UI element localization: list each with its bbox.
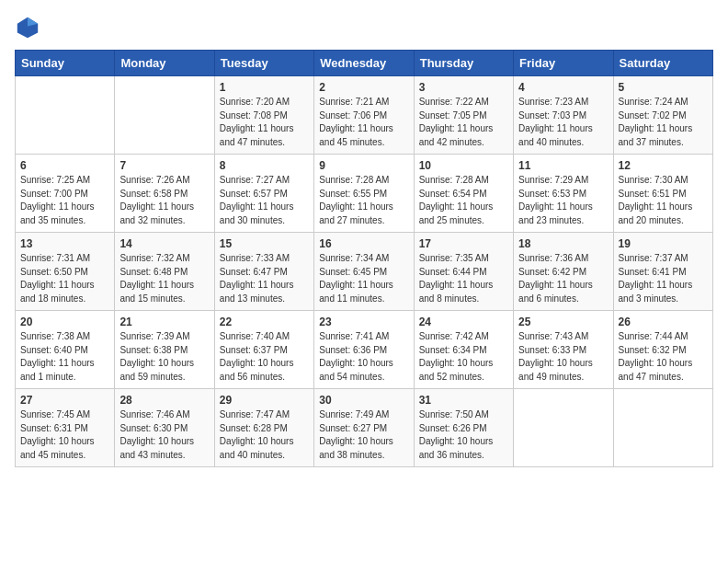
day-cell: 8Sunrise: 7:27 AM Sunset: 6:57 PM Daylig… — [214, 155, 313, 233]
day-cell: 20Sunrise: 7:38 AM Sunset: 6:40 PM Dayli… — [16, 311, 115, 389]
week-row-4: 20Sunrise: 7:38 AM Sunset: 6:40 PM Dayli… — [16, 311, 713, 389]
day-cell: 19Sunrise: 7:37 AM Sunset: 6:41 PM Dayli… — [613, 233, 712, 311]
day-number: 20 — [20, 316, 109, 328]
day-number: 7 — [119, 159, 209, 172]
day-info: Sunrise: 7:50 AM Sunset: 6:26 PM Dayligh… — [419, 408, 508, 462]
day-cell: 16Sunrise: 7:34 AM Sunset: 6:45 PM Dayli… — [314, 233, 414, 311]
day-number: 23 — [319, 316, 408, 328]
day-cell: 29Sunrise: 7:47 AM Sunset: 6:28 PM Dayli… — [214, 389, 313, 467]
day-cell: 21Sunrise: 7:39 AM Sunset: 6:38 PM Dayli… — [115, 311, 214, 389]
day-number: 12 — [619, 159, 708, 172]
day-cell: 31Sunrise: 7:50 AM Sunset: 6:26 PM Dayli… — [414, 389, 513, 467]
day-info: Sunrise: 7:35 AM Sunset: 6:44 PM Dayligh… — [419, 252, 508, 305]
day-cell — [16, 76, 115, 155]
day-number: 10 — [419, 159, 508, 172]
day-info: Sunrise: 7:31 AM Sunset: 6:50 PM Dayligh… — [20, 252, 109, 305]
day-info: Sunrise: 7:22 AM Sunset: 7:05 PM Dayligh… — [419, 96, 508, 149]
day-number: 3 — [419, 81, 508, 94]
day-info: Sunrise: 7:45 AM Sunset: 6:31 PM Dayligh… — [20, 408, 109, 462]
week-row-2: 6Sunrise: 7:25 AM Sunset: 7:00 PM Daylig… — [16, 155, 713, 233]
day-number: 29 — [220, 394, 309, 407]
day-cell: 13Sunrise: 7:31 AM Sunset: 6:50 PM Dayli… — [16, 233, 115, 311]
day-cell: 17Sunrise: 7:35 AM Sunset: 6:44 PM Dayli… — [414, 233, 513, 311]
header-tuesday: Tuesday — [214, 51, 313, 76]
day-number: 5 — [619, 81, 708, 94]
day-info: Sunrise: 7:37 AM Sunset: 6:41 PM Dayligh… — [619, 252, 708, 305]
day-info: Sunrise: 7:23 AM Sunset: 7:03 PM Dayligh… — [518, 96, 608, 149]
day-info: Sunrise: 7:28 AM Sunset: 6:55 PM Dayligh… — [319, 174, 408, 227]
header-thursday: Thursday — [414, 51, 513, 76]
logo-icon — [15, 15, 40, 40]
week-row-1: 1Sunrise: 7:20 AM Sunset: 7:08 PM Daylig… — [16, 76, 713, 155]
day-number: 4 — [518, 81, 608, 94]
week-row-5: 27Sunrise: 7:45 AM Sunset: 6:31 PM Dayli… — [16, 389, 713, 467]
day-number: 28 — [119, 394, 209, 407]
day-info: Sunrise: 7:40 AM Sunset: 6:37 PM Dayligh… — [220, 330, 309, 384]
day-info: Sunrise: 7:34 AM Sunset: 6:45 PM Dayligh… — [319, 252, 408, 305]
calendar-table: SundayMondayTuesdayWednesdayThursdayFrid… — [15, 50, 713, 467]
day-cell: 23Sunrise: 7:41 AM Sunset: 6:36 PM Dayli… — [314, 311, 414, 389]
day-info: Sunrise: 7:32 AM Sunset: 6:48 PM Dayligh… — [119, 252, 209, 305]
day-cell: 25Sunrise: 7:43 AM Sunset: 6:33 PM Dayli… — [514, 311, 613, 389]
day-cell: 27Sunrise: 7:45 AM Sunset: 6:31 PM Dayli… — [16, 389, 115, 467]
header-saturday: Saturday — [613, 51, 712, 76]
day-cell: 26Sunrise: 7:44 AM Sunset: 6:32 PM Dayli… — [613, 311, 712, 389]
day-number: 27 — [20, 394, 109, 407]
day-number: 6 — [20, 159, 109, 172]
day-cell — [514, 389, 613, 467]
day-info: Sunrise: 7:21 AM Sunset: 7:06 PM Dayligh… — [319, 96, 408, 149]
day-info: Sunrise: 7:43 AM Sunset: 6:33 PM Dayligh… — [518, 330, 608, 384]
day-cell: 28Sunrise: 7:46 AM Sunset: 6:30 PM Dayli… — [115, 389, 214, 467]
day-info: Sunrise: 7:30 AM Sunset: 6:51 PM Dayligh… — [619, 174, 708, 227]
day-number: 8 — [220, 159, 309, 172]
day-info: Sunrise: 7:42 AM Sunset: 6:34 PM Dayligh… — [419, 330, 508, 384]
header-monday: Monday — [115, 51, 214, 76]
day-info: Sunrise: 7:29 AM Sunset: 6:53 PM Dayligh… — [518, 174, 608, 227]
day-info: Sunrise: 7:24 AM Sunset: 7:02 PM Dayligh… — [619, 96, 708, 149]
day-info: Sunrise: 7:28 AM Sunset: 6:54 PM Dayligh… — [419, 174, 508, 227]
day-number: 1 — [220, 81, 309, 94]
day-number: 2 — [319, 81, 408, 94]
day-number: 22 — [220, 316, 309, 328]
day-number: 21 — [119, 316, 209, 328]
day-cell: 9Sunrise: 7:28 AM Sunset: 6:55 PM Daylig… — [314, 155, 414, 233]
day-info: Sunrise: 7:39 AM Sunset: 6:38 PM Dayligh… — [119, 330, 209, 384]
day-number: 31 — [419, 394, 508, 407]
day-number: 26 — [619, 316, 708, 328]
day-cell: 11Sunrise: 7:29 AM Sunset: 6:53 PM Dayli… — [514, 155, 613, 233]
day-cell: 12Sunrise: 7:30 AM Sunset: 6:51 PM Dayli… — [613, 155, 712, 233]
day-info: Sunrise: 7:46 AM Sunset: 6:30 PM Dayligh… — [119, 408, 209, 462]
day-number: 30 — [319, 394, 408, 407]
calendar-header-row: SundayMondayTuesdayWednesdayThursdayFrid… — [16, 51, 713, 76]
day-cell: 14Sunrise: 7:32 AM Sunset: 6:48 PM Dayli… — [115, 233, 214, 311]
day-cell: 22Sunrise: 7:40 AM Sunset: 6:37 PM Dayli… — [214, 311, 313, 389]
day-cell: 15Sunrise: 7:33 AM Sunset: 6:47 PM Dayli… — [214, 233, 313, 311]
day-cell: 6Sunrise: 7:25 AM Sunset: 7:00 PM Daylig… — [16, 155, 115, 233]
day-info: Sunrise: 7:49 AM Sunset: 6:27 PM Dayligh… — [319, 408, 408, 462]
day-number: 25 — [518, 316, 608, 328]
day-number: 18 — [518, 237, 608, 250]
day-info: Sunrise: 7:33 AM Sunset: 6:47 PM Dayligh… — [220, 252, 309, 305]
day-info: Sunrise: 7:38 AM Sunset: 6:40 PM Dayligh… — [20, 330, 109, 384]
day-cell: 10Sunrise: 7:28 AM Sunset: 6:54 PM Dayli… — [414, 155, 513, 233]
header-friday: Friday — [514, 51, 613, 76]
day-info: Sunrise: 7:41 AM Sunset: 6:36 PM Dayligh… — [319, 330, 408, 384]
day-cell: 1Sunrise: 7:20 AM Sunset: 7:08 PM Daylig… — [214, 76, 313, 155]
page-header — [15, 15, 713, 40]
day-cell: 7Sunrise: 7:26 AM Sunset: 6:58 PM Daylig… — [115, 155, 214, 233]
logo — [15, 15, 44, 40]
day-number: 19 — [619, 237, 708, 250]
day-cell: 30Sunrise: 7:49 AM Sunset: 6:27 PM Dayli… — [314, 389, 414, 467]
day-number: 11 — [518, 159, 608, 172]
day-info: Sunrise: 7:36 AM Sunset: 6:42 PM Dayligh… — [518, 252, 608, 305]
day-number: 15 — [220, 237, 309, 250]
day-number: 17 — [419, 237, 508, 250]
day-info: Sunrise: 7:44 AM Sunset: 6:32 PM Dayligh… — [619, 330, 708, 384]
week-row-3: 13Sunrise: 7:31 AM Sunset: 6:50 PM Dayli… — [16, 233, 713, 311]
day-info: Sunrise: 7:47 AM Sunset: 6:28 PM Dayligh… — [220, 408, 309, 462]
day-info: Sunrise: 7:25 AM Sunset: 7:00 PM Dayligh… — [20, 174, 109, 227]
day-cell: 5Sunrise: 7:24 AM Sunset: 7:02 PM Daylig… — [613, 76, 712, 155]
header-sunday: Sunday — [16, 51, 115, 76]
day-cell: 24Sunrise: 7:42 AM Sunset: 6:34 PM Dayli… — [414, 311, 513, 389]
day-number: 24 — [419, 316, 508, 328]
